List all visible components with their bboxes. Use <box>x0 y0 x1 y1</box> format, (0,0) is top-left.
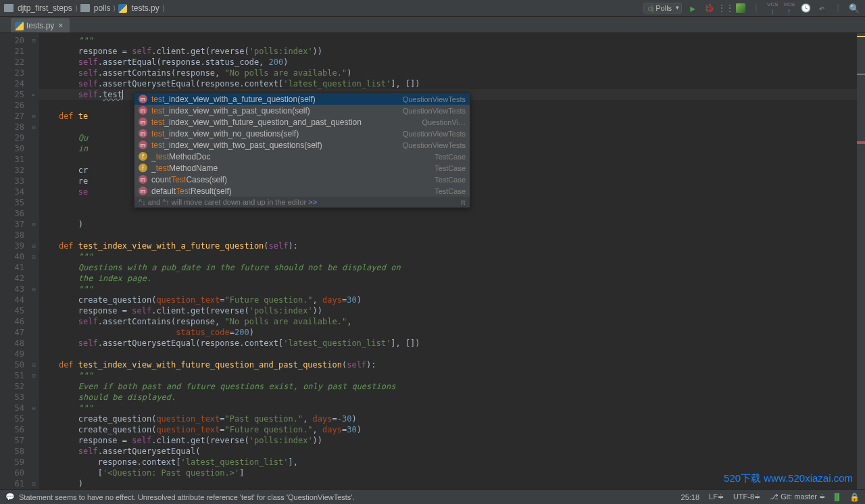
search-everywhere-button[interactable]: 🔍 <box>849 3 860 14</box>
error-stripe[interactable] <box>857 33 865 489</box>
memory-indicator[interactable] <box>835 493 840 501</box>
run-configuration-dropdown[interactable]: dj Polls <box>643 3 682 14</box>
profile-button[interactable] <box>736 3 745 13</box>
editor-tabs: tests.py × <box>0 17 865 33</box>
folder-icon <box>80 4 90 12</box>
folder-icon <box>4 4 14 12</box>
autocomplete-item[interactable]: mtest_index_view_with_two_past_questions… <box>134 139 470 151</box>
line-separator[interactable]: LF≑ <box>709 493 724 501</box>
chevron-right-icon: ⟩ <box>162 4 165 13</box>
navigation-bar: djtp_first_steps ⟩ polls ⟩ tests.py ⟩ dj… <box>0 0 865 17</box>
divider: | <box>751 3 762 14</box>
git-branch[interactable]: Git: master ≑ <box>770 493 825 501</box>
editor-tab[interactable]: tests.py × <box>11 18 70 32</box>
vcs-update-button[interactable]: VCS↓ <box>767 2 778 15</box>
autocomplete-item[interactable]: mtest_index_view_with_a_past_question(se… <box>134 105 470 116</box>
breadcrumb[interactable]: djtp_first_steps ⟩ polls ⟩ tests.py ⟩ <box>0 3 643 13</box>
run-with-coverage-button[interactable]: ⋮⋮ <box>720 3 731 14</box>
hint-link[interactable]: >> <box>308 198 317 206</box>
message-icon[interactable]: 💬 <box>5 493 15 501</box>
tab-label: tests.py <box>26 21 54 30</box>
close-tab-button[interactable]: × <box>58 21 63 30</box>
status-message: Statement seems to have no effect. Unres… <box>19 493 355 501</box>
lock-icon[interactable]: 🔒 <box>849 493 860 502</box>
line-number-gutter[interactable]: 2021222324252627282930313233343536373839… <box>0 33 28 489</box>
vcs-commit-button[interactable]: VCS↑ <box>784 2 795 15</box>
editor: 2021222324252627282930313233343536373839… <box>0 33 865 489</box>
autocomplete-item[interactable]: mtest_index_view_with_no_questions(self)… <box>134 128 470 139</box>
caret-position[interactable]: 25:18 <box>681 493 700 501</box>
status-bar: 💬 Statement seems to have no effect. Unr… <box>0 489 865 504</box>
autocomplete-item[interactable]: f_testMethodNameTestCase <box>134 162 470 174</box>
autocomplete-item[interactable]: mtest_index_view_with_future_question_an… <box>134 116 470 128</box>
autocomplete-item[interactable]: mcountTestCases(self)TestCase <box>134 174 470 185</box>
python-file-icon <box>118 4 127 13</box>
chevron-right-icon: ⟩ <box>75 4 78 13</box>
chevron-right-icon: ⟩ <box>113 4 116 13</box>
toolbar-right: dj Polls ▶ 🐞 ⋮⋮ | VCS↓ VCS↑ 🕓 ↶ | 🔍 <box>643 2 865 15</box>
autocomplete-item[interactable]: mtest_index_view_with_a_future_question(… <box>134 93 470 105</box>
revert-button[interactable]: ↶ <box>816 3 827 14</box>
breadcrumb-item[interactable]: tests.py <box>131 3 159 13</box>
fold-strip[interactable]: ⊟▸⊟⊟⊟⊟⊟⊟⊟⊟⊟⊟⊟⊟ <box>28 33 39 489</box>
show-history-button[interactable]: 🕓 <box>800 3 811 14</box>
breadcrumb-item[interactable]: djtp_first_steps <box>18 3 72 13</box>
debug-button[interactable]: 🐞 <box>703 3 714 14</box>
autocomplete-item[interactable]: f_testMethodDocTestCase <box>134 151 470 162</box>
run-button[interactable]: ▶ <box>687 3 698 14</box>
python-file-icon <box>15 22 24 30</box>
autocomplete-hint: ^↓ and ^↑ will move caret down and up in… <box>134 197 470 207</box>
breadcrumb-item[interactable]: polls <box>94 3 111 13</box>
autocomplete-item[interactable]: mdefaultTestResult(self)TestCase <box>134 185 470 197</box>
file-encoding[interactable]: UTF-8≑ <box>733 493 760 501</box>
divider: | <box>833 3 843 14</box>
code-area[interactable]: mtest_index_view_with_a_future_question(… <box>39 33 857 489</box>
autocomplete-popup[interactable]: mtest_index_view_with_a_future_question(… <box>134 93 470 208</box>
